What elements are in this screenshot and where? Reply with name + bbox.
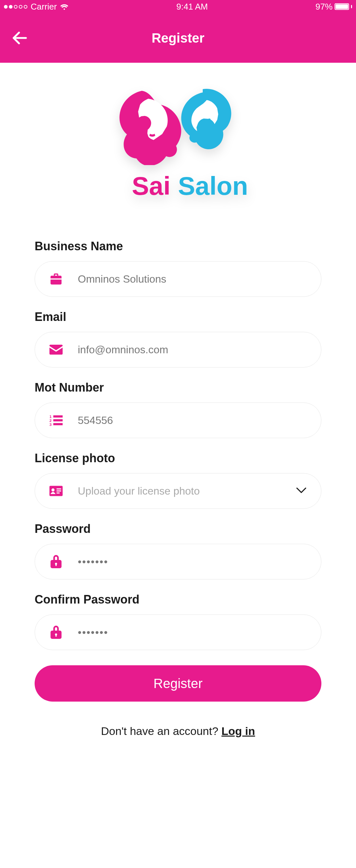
email-group: Email: [35, 310, 321, 368]
business-name-input[interactable]: [78, 273, 307, 285]
register-form-content: Sai Salon Business Name Email Mot Number: [0, 63, 356, 764]
svg-point-1: [208, 119, 211, 121]
email-label: Email: [35, 310, 321, 324]
svg-rect-7: [54, 423, 63, 425]
envelope-icon: [49, 343, 63, 356]
status-bar: Carrier 9:41 AM 97%: [0, 0, 356, 13]
footer-prefix: Don't have an account?: [101, 725, 221, 737]
confirm-password-group: Confirm Password: [35, 593, 321, 650]
business-name-field-wrap[interactable]: [35, 261, 321, 297]
battery-indicator: 97%: [316, 2, 352, 12]
mot-number-field-wrap[interactable]: 123: [35, 402, 321, 438]
chevron-down-icon: [296, 487, 307, 495]
brand-word1: Sai: [132, 172, 170, 200]
register-button[interactable]: Register: [35, 665, 321, 702]
signal-dots-icon: [4, 5, 27, 8]
license-photo-field-wrap[interactable]: Upload your license photo: [35, 473, 321, 509]
brand-logo: Sai Salon: [35, 84, 321, 203]
confirm-password-field-wrap[interactable]: [35, 614, 321, 650]
lock-icon: [49, 626, 63, 639]
id-card-icon: [49, 484, 63, 498]
mot-number-label: Mot Number: [35, 381, 321, 395]
mot-number-input[interactable]: [78, 414, 307, 427]
svg-point-9: [51, 488, 55, 491]
briefcase-icon: [49, 272, 63, 286]
license-photo-label: License photo: [35, 451, 321, 465]
svg-rect-11: [57, 490, 61, 491]
password-field-wrap[interactable]: [35, 544, 321, 580]
license-photo-placeholder: Upload your license photo: [78, 485, 281, 497]
confirm-password-label: Confirm Password: [35, 593, 321, 607]
svg-rect-10: [57, 488, 61, 489]
back-button[interactable]: [10, 28, 30, 48]
footer-line: Don't have an account? Log in: [35, 725, 321, 738]
status-right: 97%: [316, 2, 352, 12]
license-photo-group: License photo Upload your license photo: [35, 451, 321, 509]
login-link[interactable]: Log in: [221, 725, 255, 737]
confirm-password-input[interactable]: [78, 626, 307, 639]
lock-icon: [49, 555, 63, 568]
password-group: Password: [35, 522, 321, 580]
password-label: Password: [35, 522, 321, 536]
password-input[interactable]: [78, 556, 307, 568]
svg-point-0: [147, 118, 150, 122]
svg-rect-12: [57, 493, 60, 494]
page-title: Register: [152, 31, 204, 45]
svg-rect-6: [54, 419, 63, 422]
carrier-label: Carrier: [31, 2, 57, 12]
mot-number-group: Mot Number 123: [35, 381, 321, 438]
svg-rect-5: [54, 415, 63, 417]
app-header: Register: [0, 13, 356, 63]
status-left: Carrier: [4, 2, 69, 12]
business-name-label: Business Name: [35, 239, 321, 253]
business-name-group: Business Name: [35, 239, 321, 297]
svg-text:3: 3: [49, 422, 52, 426]
wifi-icon: [60, 3, 69, 10]
email-input[interactable]: [78, 344, 307, 356]
battery-percent: 97%: [316, 2, 332, 12]
status-time: 9:41 AM: [176, 2, 208, 12]
brand-word2: Salon: [178, 172, 248, 200]
email-field-wrap[interactable]: [35, 332, 321, 368]
numbered-list-icon: 123: [49, 414, 63, 427]
